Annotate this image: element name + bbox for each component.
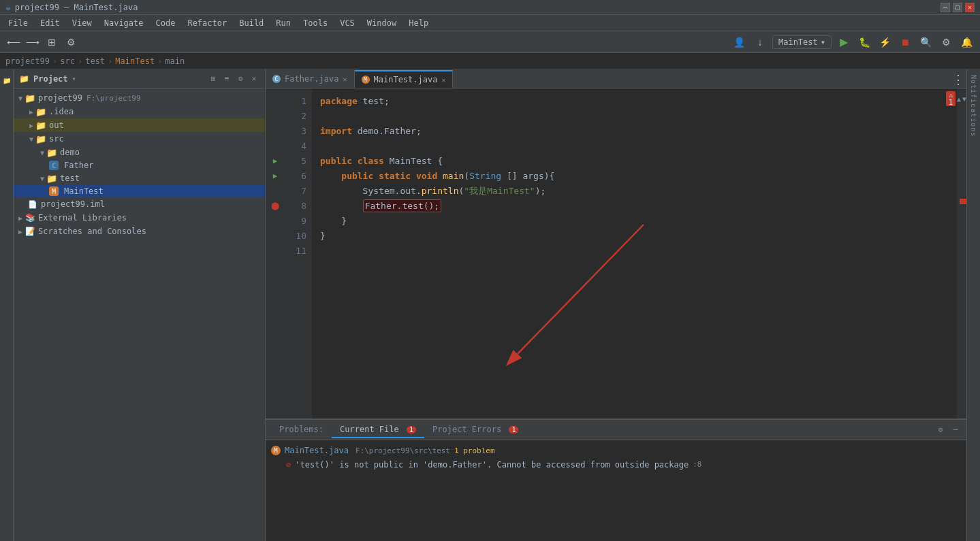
tab-maintest[interactable]: M MainTest.java ✕ bbox=[355, 70, 454, 88]
settings-button[interactable]: ⚙ bbox=[63, 34, 79, 50]
tree-item-scratches[interactable]: ▶ 📝 Scratches and Consoles bbox=[14, 225, 265, 238]
tab-project-errors[interactable]: Project Errors 1 bbox=[424, 422, 526, 438]
back-button[interactable]: ⟵ bbox=[5, 34, 22, 50]
error-down-arrow: ▼ bbox=[962, 95, 966, 103]
tree-item-extlibs[interactable]: ▶ 📚 External Libraries bbox=[14, 211, 265, 225]
debug-button[interactable]: 🐛 bbox=[856, 34, 872, 50]
tabs-more-button[interactable]: ⋮ bbox=[950, 71, 966, 88]
maintest-tab-close[interactable]: ✕ bbox=[441, 76, 445, 84]
menu-navigate[interactable]: Navigate bbox=[99, 17, 149, 29]
line-numbers: 1234 5678 91011 bbox=[285, 88, 312, 419]
menu-file[interactable]: File bbox=[3, 17, 33, 29]
user-button[interactable]: 👤 bbox=[731, 34, 748, 50]
breadcrumb-maintest[interactable]: MainTest bbox=[115, 56, 155, 66]
src-folder-icon: 📁 bbox=[35, 133, 46, 144]
project-panel: 📁 Project ▾ ⊞ ≡ ⚙ ✕ ▼ 📁 project99 F:\pro… bbox=[14, 69, 266, 541]
problem-path: F:\project99\src\test bbox=[355, 446, 450, 455]
father-tab-close[interactable]: ✕ bbox=[343, 76, 347, 83]
forward-button[interactable]: ⟶ bbox=[25, 34, 41, 50]
recent-files-button[interactable]: ⊞ bbox=[44, 34, 60, 50]
gutter-run-5[interactable]: ▶ bbox=[266, 154, 285, 169]
breadcrumb-test[interactable]: test bbox=[85, 56, 105, 66]
search-button[interactable]: 🔍 bbox=[917, 34, 934, 50]
tree-item-iml[interactable]: 📄 project99.iml bbox=[14, 197, 265, 211]
code-content[interactable]: package test; import demo.Father; public… bbox=[312, 88, 957, 419]
tree-label-iml: project99.iml bbox=[41, 199, 105, 209]
gutter-line-8: ⬤ bbox=[266, 199, 285, 214]
close-button[interactable]: ✕ bbox=[965, 3, 975, 12]
menu-refactor[interactable]: Refactor bbox=[182, 17, 232, 29]
menu-build[interactable]: Build bbox=[234, 17, 269, 29]
tree-item-demo[interactable]: ▼ 📁 demo bbox=[14, 146, 265, 159]
father-tab-icon: C bbox=[272, 75, 281, 83]
code-editor[interactable]: ▶ ▶ ⬤ 1234 5678 91011 package test; impo… bbox=[266, 88, 966, 419]
minimize-button[interactable]: ─ bbox=[941, 3, 950, 12]
menu-window[interactable]: Window bbox=[362, 17, 402, 29]
tree-label-maintest: MainTest bbox=[64, 186, 104, 196]
title-bar: ☕ project99 – MainTest.java ─ □ ✕ bbox=[0, 0, 980, 15]
tree-label-out: out bbox=[49, 120, 64, 130]
project-folder-icon: 📁 bbox=[25, 93, 35, 103]
vcs-update-button[interactable]: ↓ bbox=[752, 34, 768, 50]
tree-item-test[interactable]: ▼ 📁 test bbox=[14, 171, 265, 185]
tree-item-idea[interactable]: ▶ 📁 .idea bbox=[14, 105, 265, 118]
project-collapse-button[interactable]: ⊞ bbox=[208, 73, 219, 84]
tree-item-father[interactable]: C Father bbox=[14, 159, 265, 171]
stop-button[interactable]: ⏹ bbox=[897, 34, 913, 50]
notifications-bar: Notifications bbox=[966, 69, 980, 541]
editor-tabs: C Father.java ✕ M MainTest.java ✕ ⋮ bbox=[266, 69, 966, 88]
gutter-run-6[interactable]: ▶ bbox=[266, 169, 285, 184]
tree-item-src[interactable]: ▼ 📁 src bbox=[14, 132, 265, 146]
menu-tools[interactable]: Tools bbox=[298, 17, 333, 29]
problem-file-row[interactable]: M MainTest.java F:\project99\src\test 1 … bbox=[266, 443, 966, 458]
tab-father[interactable]: C Father.java ✕ bbox=[266, 70, 355, 88]
project-close-icon[interactable]: ✕ bbox=[249, 73, 259, 84]
tab-problems[interactable]: Problems: bbox=[271, 422, 332, 438]
run-button[interactable]: ▶ bbox=[836, 34, 852, 50]
menu-vcs[interactable]: VCS bbox=[334, 17, 360, 29]
tree-item-project99[interactable]: ▼ 📁 project99 F:\project99 bbox=[14, 91, 265, 105]
menu-view[interactable]: View bbox=[67, 17, 97, 29]
problems-tabs: Problems: Current File 1 Project Errors … bbox=[266, 420, 966, 440]
tree-arrow-src: ▼ bbox=[27, 135, 35, 143]
project-dropdown-icon[interactable]: ▾ bbox=[72, 75, 76, 82]
breadcrumb-project[interactable]: project99 bbox=[5, 56, 50, 66]
iml-file-icon: 📄 bbox=[27, 199, 38, 210]
problem-message: 'test()' is not public in 'demo.Father'.… bbox=[295, 460, 689, 470]
maximize-button[interactable]: □ bbox=[953, 3, 962, 12]
tree-label-father: Father bbox=[64, 161, 93, 170]
tree-arrow-idea: ▶ bbox=[27, 108, 35, 116]
run-config-dropdown-icon: ▾ bbox=[821, 37, 825, 47]
run-config-selector[interactable]: MainTest ▾ bbox=[772, 35, 832, 49]
coverage-button[interactable]: ⚡ bbox=[876, 34, 893, 50]
problems-settings-button[interactable]: ⚙ bbox=[935, 425, 946, 436]
project-icon[interactable]: 📁 bbox=[1, 75, 12, 86]
title-bar-controls[interactable]: ─ □ ✕ bbox=[941, 3, 975, 12]
breadcrumb-src[interactable]: src bbox=[60, 56, 75, 66]
tab-current-file[interactable]: Current File 1 bbox=[332, 422, 424, 438]
project-header-left: 📁 Project ▾ bbox=[19, 74, 76, 84]
maintest-tab-icon: M bbox=[362, 76, 370, 84]
tree-item-maintest[interactable]: M MainTest bbox=[14, 185, 265, 197]
tree-arrow-scratches: ▶ bbox=[16, 227, 25, 235]
menu-code[interactable]: Code bbox=[151, 17, 181, 29]
breadcrumb-main[interactable]: main bbox=[165, 56, 185, 66]
problem-message-row[interactable]: ⊘ 'test()' is not public in 'demo.Father… bbox=[266, 458, 966, 472]
project-tree: ▼ 📁 project99 F:\project99 ▶ 📁 .idea ▶ 📁… bbox=[14, 88, 265, 541]
project-errors-badge: 1 bbox=[509, 426, 518, 433]
problems-panel: Problems: Current File 1 Project Errors … bbox=[266, 419, 966, 541]
extlibs-icon: 📚 bbox=[25, 212, 35, 223]
problems-content: M MainTest.java F:\project99\src\test 1 … bbox=[266, 440, 966, 541]
notifications-button[interactable]: 🔔 bbox=[958, 34, 975, 50]
project-scroll-button[interactable]: ≡ bbox=[221, 73, 232, 84]
menu-edit[interactable]: Edit bbox=[35, 17, 65, 29]
tree-item-out[interactable]: ▶ 📁 out bbox=[14, 118, 265, 132]
gutter-line-11 bbox=[266, 244, 285, 259]
error-indicator: ⚠ 1 ▲ ▼ bbox=[946, 91, 966, 106]
settings2-button[interactable]: ⚙ bbox=[938, 34, 954, 50]
title-text: project99 – MainTest.java bbox=[15, 3, 138, 12]
menu-help[interactable]: Help bbox=[403, 17, 434, 29]
project-settings-button[interactable]: ⚙ bbox=[235, 73, 246, 84]
problems-close-button[interactable]: ─ bbox=[950, 425, 961, 436]
menu-run[interactable]: Run bbox=[270, 17, 296, 29]
